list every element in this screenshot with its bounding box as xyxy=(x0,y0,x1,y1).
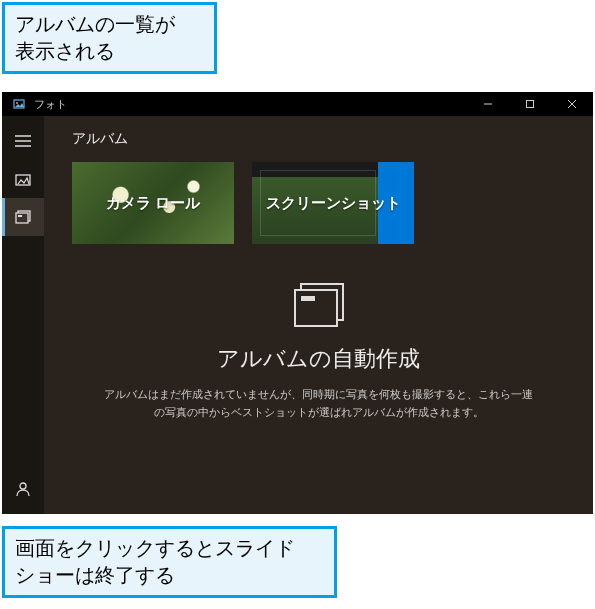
svg-rect-3 xyxy=(527,101,534,108)
sidebar-item-albums[interactable] xyxy=(2,198,44,236)
albums-row: カメラ ロール スクリーンショット xyxy=(72,162,565,244)
album-tile-label: カメラ ロール xyxy=(106,194,200,213)
sidebar-item-signin[interactable] xyxy=(2,470,44,508)
maximize-button[interactable] xyxy=(509,92,551,116)
album-tile-label: スクリーンショット xyxy=(266,194,401,213)
minimize-button[interactable] xyxy=(467,92,509,116)
app-title: フォト xyxy=(34,97,67,112)
page-title: アルバム xyxy=(72,130,565,148)
svg-point-1 xyxy=(16,102,18,104)
callout-top: アルバムの一覧が 表示される xyxy=(2,2,217,74)
album-icon xyxy=(291,282,347,330)
app-icon xyxy=(12,97,26,111)
svg-rect-16 xyxy=(301,296,315,301)
close-button[interactable] xyxy=(551,92,593,116)
auto-create-heading: アルバムの自動作成 xyxy=(72,344,565,374)
callout-bottom: 画面をクリックするとスライド ショーは終了する xyxy=(2,526,337,598)
content-area: アルバム カメラ ロール スクリーンショット アルバムの自動作成 xyxy=(44,116,593,514)
svg-rect-15 xyxy=(295,290,337,326)
photos-window: フォト ア xyxy=(2,92,593,514)
svg-rect-12 xyxy=(18,215,22,217)
titlebar: フォト xyxy=(2,92,593,116)
album-tile-screenshots[interactable]: スクリーンショット xyxy=(252,162,414,244)
svg-rect-11 xyxy=(16,213,28,223)
auto-create-section: アルバムの自動作成 アルバムはまだ作成されていませんが、同時期に写真を何枚も撮影… xyxy=(72,282,565,421)
hamburger-button[interactable] xyxy=(2,122,44,160)
app-body: アルバム カメラ ロール スクリーンショット アルバムの自動作成 xyxy=(2,116,593,514)
svg-point-13 xyxy=(20,483,26,489)
album-tile-camera-roll[interactable]: カメラ ロール xyxy=(72,162,234,244)
sidebar-item-collection[interactable] xyxy=(2,160,44,198)
sidebar xyxy=(2,116,44,514)
auto-create-body: アルバムはまだ作成されていませんが、同時期に写真を何枚も撮影すると、これら一連の… xyxy=(104,386,534,421)
